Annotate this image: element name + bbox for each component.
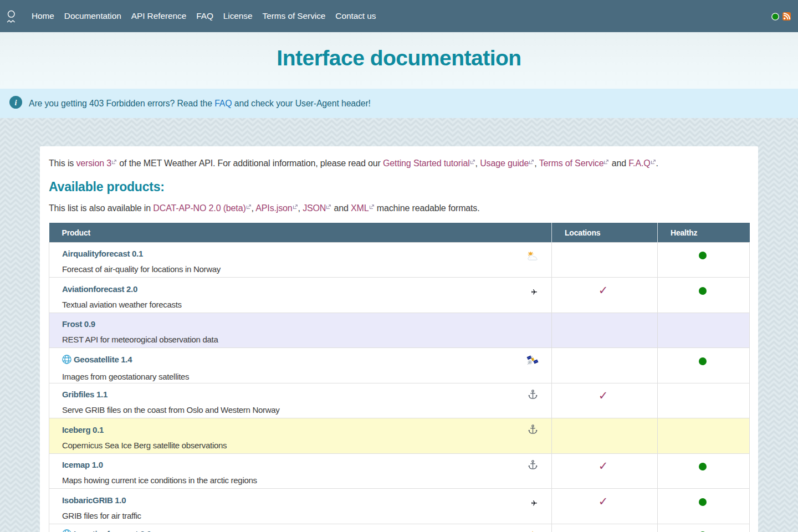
svg-text:i: i (15, 99, 17, 107)
